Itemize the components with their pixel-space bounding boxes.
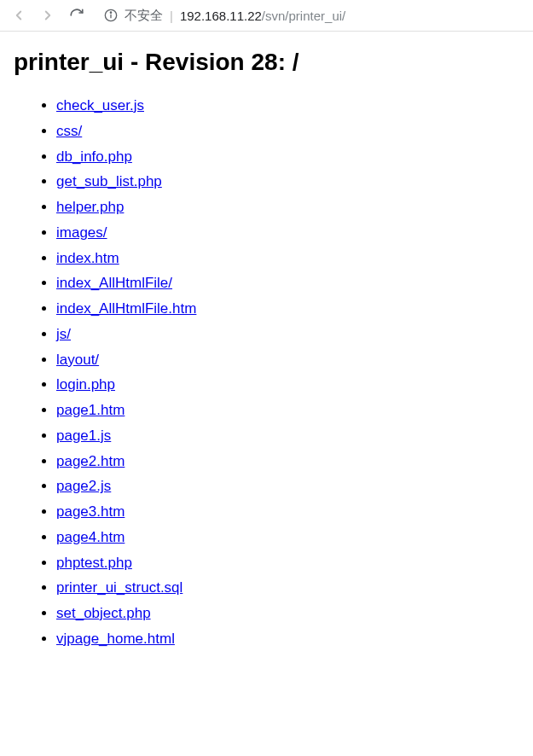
list-item: page2.js — [56, 474, 519, 499]
list-item: set_object.php — [56, 601, 519, 626]
list-item: check_user.js — [56, 93, 519, 119]
file-link[interactable]: page1.js — [56, 427, 111, 444]
file-link[interactable]: images/ — [56, 224, 107, 241]
file-link[interactable]: db_info.php — [56, 148, 132, 165]
file-list: check_user.jscss/db_info.phpget_sub_list… — [14, 93, 519, 652]
page-content: printer_ui - Revision 28: / check_user.j… — [0, 32, 533, 669]
file-link[interactable]: layout/ — [56, 352, 99, 368]
url-display: 192.168.11.22/svn/printer_ui/ — [180, 9, 345, 23]
file-link[interactable]: css/ — [56, 123, 82, 139]
separator: | — [170, 9, 173, 23]
list-item: index_AllHtmlFile.htm — [56, 296, 519, 322]
url-path: /svn/printer_ui/ — [262, 9, 345, 23]
list-item: get_sub_list.php — [56, 169, 519, 195]
list-item: js/ — [56, 322, 519, 347]
svg-point-3 — [110, 12, 111, 13]
file-link[interactable]: set_object.php — [56, 605, 151, 621]
list-item: images/ — [56, 220, 519, 246]
file-link[interactable]: page2.js — [56, 478, 111, 494]
list-item: printer_ui_struct.sql — [56, 575, 519, 601]
list-item: index_AllHtmlFile/ — [56, 270, 519, 296]
list-item: index.htm — [56, 246, 519, 271]
list-item: page3.htm — [56, 499, 519, 525]
file-link[interactable]: printer_ui_struct.sql — [56, 579, 182, 596]
file-link[interactable]: page2.htm — [56, 453, 125, 469]
file-link[interactable]: index.htm — [56, 250, 119, 266]
list-item: page4.htm — [56, 525, 519, 550]
list-item: phptest.php — [56, 550, 519, 576]
url-host: 192.168.11.22 — [180, 9, 262, 23]
list-item: helper.php — [56, 195, 519, 220]
file-link[interactable]: login.php — [56, 376, 115, 393]
list-item: css/ — [56, 119, 519, 144]
file-link[interactable]: page4.htm — [56, 529, 125, 545]
file-link[interactable]: phptest.php — [56, 555, 132, 571]
file-link[interactable]: helper.php — [56, 199, 124, 215]
file-link[interactable]: page1.htm — [56, 402, 125, 418]
reload-icon[interactable] — [68, 7, 85, 24]
list-item: db_info.php — [56, 144, 519, 170]
list-item: page1.js — [56, 423, 519, 449]
info-icon[interactable] — [104, 9, 118, 22]
list-item: page1.htm — [56, 398, 519, 423]
file-link[interactable]: vjpage_home.html — [56, 631, 175, 647]
file-link[interactable]: check_user.js — [56, 97, 144, 113]
file-link[interactable]: js/ — [56, 326, 71, 342]
file-link[interactable]: index_AllHtmlFile/ — [56, 275, 172, 291]
file-link[interactable]: index_AllHtmlFile.htm — [56, 300, 196, 317]
file-link[interactable]: page3.htm — [56, 503, 125, 520]
file-link[interactable]: get_sub_list.php — [56, 173, 162, 189]
browser-toolbar: 不安全 | 192.168.11.22/svn/printer_ui/ — [0, 0, 533, 32]
list-item: login.php — [56, 372, 519, 398]
forward-icon[interactable] — [39, 7, 56, 24]
address-bar[interactable]: 不安全 | 192.168.11.22/svn/printer_ui/ — [97, 8, 523, 24]
list-item: vjpage_home.html — [56, 626, 519, 652]
list-item: layout/ — [56, 347, 519, 373]
back-icon[interactable] — [10, 7, 27, 24]
security-label: 不安全 — [125, 8, 163, 24]
list-item: page2.htm — [56, 449, 519, 474]
page-title: printer_ui - Revision 28: / — [14, 49, 519, 76]
